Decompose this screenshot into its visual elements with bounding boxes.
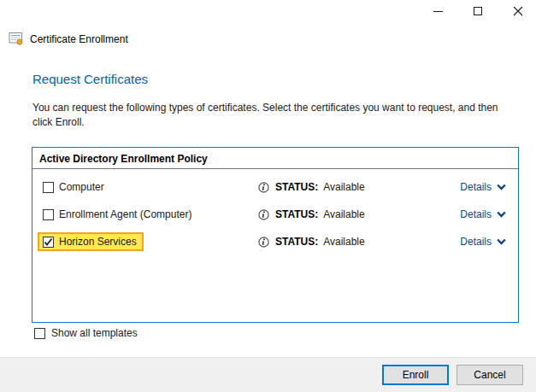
show-all-templates[interactable]: Show all templates (34, 327, 138, 339)
minimize-button[interactable] (431, 4, 445, 18)
show-all-templates-label: Show all templates (51, 327, 138, 339)
certificate-status: STATUS: Available (257, 208, 365, 221)
chevron-down-icon (497, 211, 506, 218)
details-dropdown[interactable]: Details (460, 208, 506, 220)
enroll-button[interactable]: Enroll (382, 365, 449, 385)
info-icon (257, 181, 270, 194)
chevron-down-icon (497, 184, 506, 190)
footer-bar: Enroll Cancel (0, 357, 536, 392)
details-dropdown[interactable]: Details (460, 236, 506, 248)
wizard-header: Certificate Enrollment (9, 32, 128, 46)
certificate-status: STATUS: Available (257, 181, 365, 194)
certificate-label: Computer (59, 181, 104, 193)
page-title: Request Certificates (32, 72, 148, 86)
page-description: You can request the following types of c… (32, 101, 508, 129)
chevron-down-icon (497, 238, 506, 245)
cancel-button[interactable]: Cancel (456, 365, 523, 385)
certificate-select-area[interactable]: Horizon Services (38, 232, 144, 251)
info-icon (257, 208, 270, 221)
status-label: STATUS: (275, 236, 318, 248)
details-dropdown[interactable]: Details (460, 181, 506, 193)
policy-group-title: Active Directory Enrollment Policy (32, 148, 518, 169)
certificate-label: Horizon Services (59, 236, 137, 248)
maximize-button[interactable] (471, 4, 485, 18)
status-value: Available (323, 236, 364, 248)
certificate-label: Enrollment Agent (Computer) (59, 208, 191, 220)
status-label: STATUS: (275, 181, 318, 193)
minimize-icon (433, 11, 443, 12)
certificate-checkbox[interactable] (43, 182, 54, 193)
status-value: Available (323, 208, 364, 220)
certificate-row: Horizon Services STATUS: Available Detai… (32, 228, 518, 255)
certificate-row: Computer STATUS: Available Details (32, 173, 518, 201)
certificate-status: STATUS: Available (257, 236, 365, 249)
maximize-icon (474, 7, 482, 15)
close-button[interactable] (511, 4, 525, 18)
certificate-checkbox[interactable] (43, 237, 54, 248)
enrollment-policy-group: Active Directory Enrollment Policy Compu… (32, 147, 519, 323)
window-title: Certificate Enrollment (30, 33, 128, 45)
certificate-select-area[interactable]: Computer (38, 178, 256, 196)
show-all-templates-checkbox[interactable] (34, 328, 45, 339)
info-icon (257, 236, 270, 249)
certificate-select-area[interactable]: Enrollment Agent (Computer) (38, 205, 256, 224)
close-icon (513, 6, 523, 16)
details-label: Details (460, 181, 492, 193)
details-label: Details (460, 208, 492, 220)
certificate-enrollment-dialog: Certificate Enrollment Request Certifica… (0, 0, 536, 392)
details-label: Details (460, 236, 492, 248)
status-value: Available (323, 181, 364, 193)
certificate-rows: Computer STATUS: Available Details Enrol… (32, 173, 518, 255)
status-label: STATUS: (275, 208, 318, 220)
certificate-checkbox[interactable] (43, 209, 54, 220)
titlebar-controls (431, 4, 525, 18)
certificate-row: Enrollment Agent (Computer) STATUS: Avai… (32, 201, 518, 228)
certificate-icon (9, 32, 24, 46)
